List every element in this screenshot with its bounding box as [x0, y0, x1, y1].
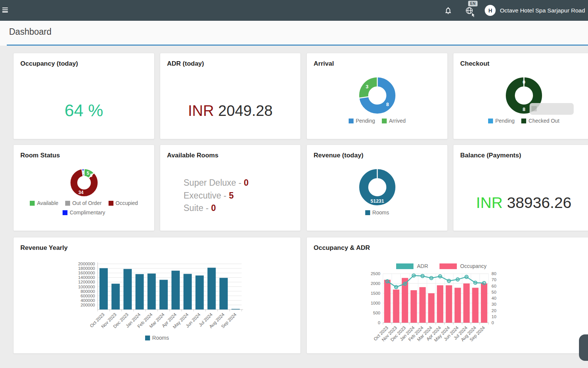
page-title: Dashboard	[9, 27, 52, 37]
hotel-name: Octave Hotel Spa Sarjapur Road	[500, 7, 585, 14]
svg-text:70: 70	[492, 277, 496, 282]
svg-text:0: 0	[492, 320, 494, 325]
legend-label: Complimentary	[70, 209, 105, 216]
avatar: H	[485, 5, 496, 16]
card-title: Occupancy (today)	[20, 60, 78, 68]
person-icon	[586, 341, 588, 354]
svg-text:3: 3	[366, 84, 368, 89]
language-switcher-button[interactable]: EN	[464, 5, 475, 16]
page-header: Dashboard	[0, 21, 588, 46]
legend-swatch	[488, 119, 493, 123]
legend-item-checked-out[interactable]: Checked Out	[521, 118, 559, 124]
donut-chart-svg: 51231	[358, 168, 396, 206]
svg-text:400000: 400000	[81, 298, 95, 303]
card-title: Available Rooms	[167, 152, 218, 159]
svg-text:2500: 2500	[371, 271, 380, 276]
room-count: 0	[244, 178, 249, 188]
currency-label: INR	[476, 194, 503, 211]
chart-legend: Rooms	[307, 209, 447, 216]
svg-text:1500: 1500	[371, 291, 380, 296]
svg-text:40: 40	[492, 296, 496, 300]
donut-chart-svg: 50341	[70, 168, 98, 197]
legend-label: Rooms	[152, 335, 169, 341]
svg-text:600000: 600000	[81, 294, 95, 298]
card-room-status: Room Status 50341 AvailableOut of OrderO…	[13, 145, 155, 231]
available-rooms-list: Super Deluxe - 0 Executive - 5 Suite - 0	[184, 177, 249, 215]
legend-swatch	[63, 210, 67, 215]
chart-legend: ADROccupancy	[362, 263, 521, 269]
room-status-donut-chart: 50341	[14, 168, 154, 197]
language-badge: EN	[468, 1, 478, 6]
legend-swatch	[396, 263, 413, 269]
svg-text:50: 50	[492, 290, 496, 294]
svg-text:0: 0	[378, 320, 380, 325]
legend-label: Checked Out	[528, 118, 559, 124]
adr-value: INR 2049.28	[160, 102, 300, 119]
svg-text:800000: 800000	[81, 289, 95, 294]
legend-item-adr[interactable]: ADR	[396, 263, 428, 269]
legend-item-occupancy[interactable]: Occupancy	[439, 263, 487, 269]
card-title: Revenue (today)	[314, 152, 363, 159]
card-available-rooms: Available Rooms Super Deluxe - 0 Executi…	[160, 145, 301, 231]
occupancy-value: 64 %	[14, 101, 154, 120]
svg-text:1200000: 1200000	[78, 280, 95, 284]
svg-text:500: 500	[373, 311, 380, 315]
mouse-cursor-icon	[472, 13, 476, 17]
svg-text:0: 0	[522, 79, 525, 85]
legend-item-complimentary[interactable]: Complimentary	[63, 209, 105, 216]
bell-icon	[444, 6, 452, 15]
title-underline	[7, 45, 588, 46]
notifications-button[interactable]	[443, 5, 454, 16]
legend-label: Available	[37, 200, 58, 206]
legend-label: Rooms	[372, 209, 389, 216]
legend-item-out-of-order[interactable]: Out of Order	[65, 200, 102, 206]
chart-legend: PendingChecked Out	[453, 118, 588, 124]
room-count: 0	[211, 203, 216, 213]
legend-label: Out of Order	[72, 200, 102, 206]
legend-swatch	[109, 201, 113, 206]
balance-value: INR 38936.26	[453, 194, 588, 212]
card-revenue-today: Revenue (today) 51231 Rooms	[306, 145, 448, 231]
list-item: Executive - 5	[184, 189, 249, 202]
list-item: Super Deluxe - 0	[184, 177, 249, 189]
legend-item-rooms[interactable]: Rooms	[365, 209, 389, 216]
legend-swatch	[382, 119, 387, 123]
chart-legend: AvailableOut of OrderOccupiedComplimenta…	[29, 200, 139, 216]
card-title: Checkout	[460, 60, 489, 68]
svg-text:5: 5	[86, 171, 89, 176]
card-title: ADR (today)	[167, 60, 204, 68]
card-occupancy-adr: Occupancy & ADR ADROccupancy 05001000150…	[306, 237, 588, 354]
svg-text:34: 34	[78, 190, 83, 195]
hotel-dashboard-app: { "topbar": { "hotel_name": "Octave Hote…	[0, 0, 588, 368]
card-arrival: Arrival 83 PendingArrived	[306, 53, 448, 139]
list-item: Suite - 0	[184, 202, 249, 215]
support-chat-button[interactable]	[579, 334, 588, 361]
legend-label: Occupied	[116, 200, 138, 206]
legend-item-arrived[interactable]: Arrived	[382, 118, 406, 124]
chart-legend: PendingArrived	[307, 118, 447, 124]
occupancy-adr-combo-chart: 0500100015002000250001020304050607080Oct…	[362, 271, 521, 351]
legend-label: Occupancy	[460, 263, 487, 269]
legend-item-pending[interactable]: Pending	[349, 118, 375, 124]
legend-item-pending[interactable]: Pending	[488, 118, 514, 124]
legend-swatch	[349, 119, 354, 123]
svg-text:20: 20	[492, 308, 496, 313]
card-title: Occupancy & ADR	[314, 244, 370, 252]
legend-label: Pending	[356, 118, 375, 124]
hamburger-menu-button[interactable]	[2, 6, 14, 15]
faded-tooltip	[530, 103, 574, 115]
svg-text:2000: 2000	[371, 281, 380, 286]
revenue-today-donut-chart: 51231	[307, 168, 447, 206]
chart-legend: Rooms	[14, 335, 300, 341]
legend-item-occupied[interactable]: Occupied	[109, 200, 138, 206]
topbar: EN H Octave Hotel Spa Sarjapur Road	[0, 0, 588, 21]
legend-item-available[interactable]: Available	[30, 200, 58, 206]
svg-text:8: 8	[522, 106, 525, 112]
adr-amount: 2049.28	[218, 102, 273, 119]
donut-chart-svg: 83	[358, 77, 396, 114]
legend-item-rooms[interactable]: Rooms	[145, 335, 169, 341]
svg-text:8: 8	[386, 102, 389, 107]
legend-swatch	[65, 201, 70, 206]
legend-swatch	[145, 336, 150, 340]
account-menu[interactable]: H Octave Hotel Spa Sarjapur Road	[485, 5, 585, 16]
